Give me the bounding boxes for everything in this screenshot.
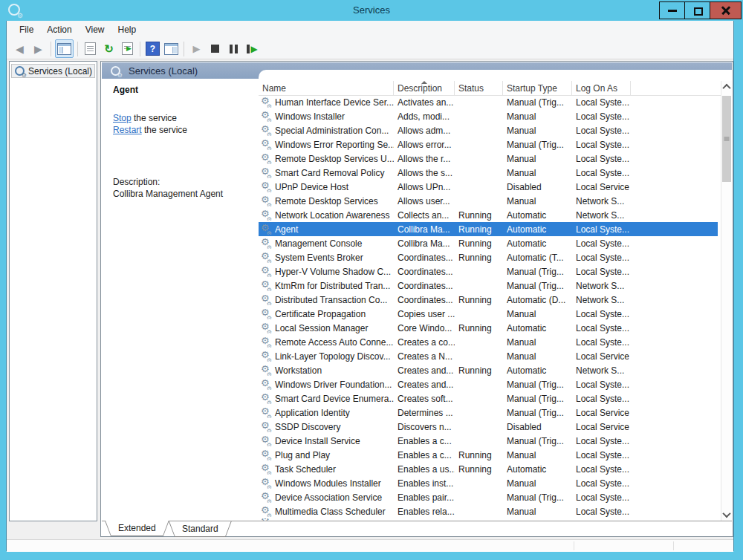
service-row-network-location-awareness[interactable]: Network Location AwarenessCollects an...… [259, 208, 721, 222]
service-row-management-console[interactable]: Management ConsoleCollibra Ma...RunningA… [259, 236, 721, 250]
service-startup-type: Manual [503, 351, 572, 362]
service-name: Human Interface Device Ser... [275, 97, 394, 108]
service-name: Windows Installer [275, 111, 345, 122]
window-border-left [0, 21, 6, 560]
service-row-distributed-transaction-co[interactable]: Distributed Transaction Co...Coordinates… [259, 293, 721, 307]
service-row-ktmrm-for-distributed-tran[interactable]: KtmRm for Distributed Tran...Coordinates… [259, 279, 721, 293]
restart-service-link[interactable]: Restart [113, 125, 142, 135]
stop-service-button[interactable] [207, 40, 224, 57]
tab-standard[interactable]: Standard [169, 521, 232, 537]
properties-button[interactable] [82, 40, 99, 57]
service-startup-type: Manual (Trig... [503, 394, 572, 404]
service-gear-icon [261, 140, 272, 150]
column-header-status[interactable]: Status [455, 81, 503, 95]
service-startup-type: Manual [503, 507, 572, 517]
service-row-device-install-service[interactable]: Device Install ServiceEnables a c...Manu… [259, 434, 721, 448]
service-row-smart-card-device-enumera[interactable]: Smart Card Device Enumera...Creates soft… [259, 391, 721, 406]
service-row-device-association-service[interactable]: Device Association ServiceEnables pair..… [259, 490, 721, 504]
column-header-description[interactable]: Description [394, 81, 455, 95]
service-row-multimedia-class-scheduler[interactable]: Multimedia Class SchedulerEnables rela..… [259, 504, 721, 518]
tree-item-services-local[interactable]: Services (Local) [11, 64, 95, 78]
service-row-remote-desktop-services[interactable]: Remote Desktop ServicesAllows user...Man… [259, 194, 721, 208]
menu-item-file[interactable]: File [13, 21, 40, 39]
vertical-scrollbar[interactable] [721, 81, 732, 521]
service-log-on-as: Local Service [572, 422, 631, 432]
status-bar-divider [574, 541, 574, 550]
service-description: Adds, modi... [394, 111, 455, 122]
service-name: UPnP Device Host [275, 182, 348, 192]
minimize-button[interactable] [659, 1, 685, 19]
service-name: Hyper-V Volume Shadow C... [275, 267, 391, 277]
menu-item-action[interactable]: Action [40, 21, 78, 39]
show-console-tree-button[interactable] [55, 39, 74, 58]
service-description: Enables a c... [394, 450, 455, 460]
stop-service-link[interactable]: Stop [113, 113, 132, 123]
service-description: Activates an... [394, 97, 455, 108]
refresh-button[interactable]: ↻ [100, 40, 117, 57]
scroll-down-button[interactable] [721, 509, 732, 521]
service-status: Running [455, 450, 503, 460]
service-name: Smart Card Device Enumera... [275, 394, 394, 404]
forward-button[interactable]: ▶ [30, 40, 47, 57]
service-row-remote-desktop-services-u[interactable]: Remote Desktop Services U...Allows the r… [259, 152, 721, 166]
service-row-agent[interactable]: AgentCollibra Ma...RunningAutomaticLocal… [259, 222, 721, 236]
service-row-workstation[interactable]: WorkstationCreates and...RunningAutomati… [259, 363, 721, 377]
service-row-task-scheduler[interactable]: Task SchedulerEnables a us...RunningAuto… [259, 462, 721, 476]
toolbar-separator [51, 42, 51, 56]
service-log-on-as: Local Service [572, 182, 631, 192]
status-bar-divider [673, 541, 674, 550]
service-row-smart-card-removal-policy[interactable]: Smart Card Removal PolicyAllows the s...… [259, 166, 721, 180]
scrollbar-thumb[interactable] [722, 96, 731, 182]
start-service-button[interactable]: ▶ [188, 40, 205, 57]
scrollbar-grip-icon [724, 137, 730, 141]
service-log-on-as: Local Syste... [572, 126, 631, 136]
service-row-windows-modules-installer[interactable]: Windows Modules InstallerEnables inst...… [259, 476, 721, 490]
service-row-windows-error-reporting-se[interactable]: Windows Error Reporting Se...Allows erro… [259, 137, 721, 152]
service-row-ssdp-discovery[interactable]: SSDP DiscoveryDiscovers n...DisabledLoca… [259, 420, 721, 434]
service-log-on-as: Local Syste... [572, 507, 631, 517]
service-description: Allows error... [394, 140, 455, 150]
menu-item-help[interactable]: Help [111, 21, 143, 39]
forward-icon: ▶ [34, 44, 42, 54]
column-header-name[interactable]: Name [259, 81, 394, 95]
service-log-on-as: Local Syste... [572, 140, 631, 150]
pause-service-button[interactable] [225, 40, 242, 57]
service-log-on-as: Local Syste... [572, 394, 631, 404]
service-row-local-session-manager[interactable]: Local Session ManagerCore Windo...Runnin… [259, 321, 721, 335]
stop-service-icon [211, 45, 219, 53]
service-gear-icon [261, 380, 272, 390]
service-description: Copies user ... [394, 309, 455, 319]
service-row-link-layer-topology-discov[interactable]: Link-Layer Topology Discov...Creates a N… [259, 349, 721, 363]
help-button[interactable]: ? [144, 40, 161, 57]
maximize-button[interactable] [684, 1, 710, 19]
tab-extended[interactable]: Extended [105, 521, 169, 536]
close-button[interactable] [710, 1, 742, 19]
chevron-down-icon [722, 509, 730, 518]
service-row-application-identity[interactable]: Application IdentityDetermines ...Manual… [259, 406, 721, 420]
back-button[interactable]: ◀ [11, 40, 28, 57]
service-row-hyper-v-volume-shadow-c[interactable]: Hyper-V Volume Shadow C...Coordinates...… [259, 264, 721, 279]
restart-service-button[interactable]: ▶ [244, 40, 261, 57]
service-row-windows-driver-foundation[interactable]: Windows Driver Foundation...Creates and.… [259, 377, 721, 391]
tree-item-label: Services (Local) [28, 66, 92, 76]
service-row-upnp-device-host[interactable]: UPnP Device HostAllows UPn...DisabledLoc… [259, 180, 721, 194]
service-name: Device Association Service [275, 492, 382, 503]
export-list-button[interactable]: ▶ [119, 40, 136, 57]
column-header-startup-type[interactable]: Startup Type [503, 81, 572, 95]
service-log-on-as: Local Syste... [572, 238, 631, 249]
show-action-pane-button[interactable] [163, 40, 180, 57]
menu-item-view[interactable]: View [79, 21, 111, 39]
service-row-certificate-propagation[interactable]: Certificate PropagationCopies user ...Ma… [259, 307, 721, 321]
service-startup-type: Manual [503, 337, 572, 348]
column-header-log-on-as[interactable]: Log On As [572, 81, 631, 95]
refresh-icon: ↻ [104, 43, 114, 54]
service-row-system-events-broker[interactable]: System Events BrokerCoordinates...Runnin… [259, 250, 721, 264]
service-description: Enables a us... [394, 464, 455, 475]
service-row-windows-installer[interactable]: Windows InstallerAdds, modi...ManualLoca… [259, 109, 721, 123]
service-row-plug-and-play[interactable]: Plug and PlayEnables a c...RunningManual… [259, 448, 721, 462]
scroll-up-button[interactable] [721, 81, 732, 93]
service-row-special-administration-con[interactable]: Special Administration Con...Allows adm.… [259, 123, 721, 137]
service-row-remote-access-auto-conne[interactable]: Remote Access Auto Conne...Creates a co.… [259, 335, 721, 349]
service-gear-icon [261, 224, 272, 235]
service-row-human-interface-device-ser[interactable]: Human Interface Device Ser...Activates a… [259, 95, 721, 109]
